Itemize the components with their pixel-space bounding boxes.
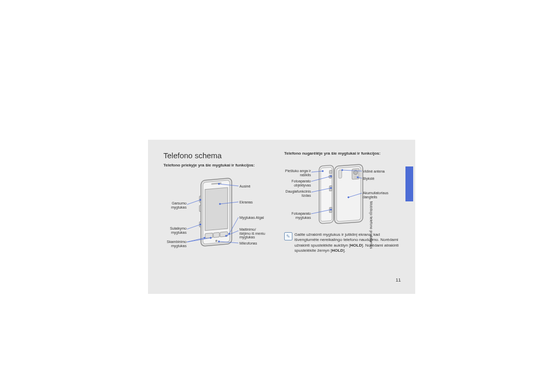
svg-line-49 — [342, 170, 362, 171]
svg-line-41 — [311, 171, 323, 172]
svg-point-30 — [210, 237, 212, 239]
svg-point-54 — [348, 197, 349, 198]
svg-line-47 — [311, 210, 331, 214]
manual-page: Telefono schema Telefono priekyje yra ši… — [148, 140, 415, 294]
svg-point-46 — [330, 188, 332, 189]
svg-point-44 — [330, 176, 332, 177]
front-intro-text: Telefono priekyje yra šie mygtukai ir fu… — [163, 163, 255, 167]
svg-line-39 — [219, 241, 238, 243]
label-daugia: Daugiafunkcinis lizdas — [279, 190, 311, 197]
page-number: 11 — [396, 277, 401, 283]
svg-line-33 — [220, 202, 238, 204]
svg-point-50 — [342, 170, 343, 171]
side-tab — [405, 166, 413, 201]
back-intro-text: Telefono nugarėlėje yra šie mygtukai ir … — [284, 151, 380, 156]
label-foto-obj: Fotoaparato objektyvas — [284, 179, 311, 187]
page-title: Telefono schema — [163, 151, 221, 160]
svg-point-38 — [226, 235, 227, 237]
svg-point-34 — [219, 203, 221, 205]
front-lead-lines — [163, 176, 271, 258]
svg-line-31 — [219, 184, 238, 186]
svg-line-45 — [311, 188, 331, 192]
note-b1: HOLD — [350, 243, 362, 248]
label-piestuko: Pieštuko anga ir rašiklis — [279, 169, 311, 177]
svg-line-29 — [187, 238, 211, 242]
svg-point-26 — [200, 224, 201, 226]
svg-line-23 — [187, 200, 200, 204]
svg-point-40 — [218, 241, 220, 242]
svg-line-43 — [311, 176, 331, 181]
note-text: Galite užrakinti mygtukus ir jutiklinį e… — [294, 232, 400, 254]
svg-line-25 — [187, 225, 200, 229]
note-icon: ✎ — [284, 232, 292, 240]
svg-point-42 — [322, 171, 324, 172]
svg-point-28 — [204, 237, 206, 239]
back-lead-lines — [311, 162, 394, 229]
svg-point-32 — [218, 183, 220, 185]
svg-point-24 — [200, 199, 201, 201]
svg-line-37 — [226, 231, 238, 236]
label-foto-mygt: Fotoaparato mygtukas — [284, 212, 311, 219]
svg-line-53 — [348, 193, 362, 197]
svg-point-52 — [357, 177, 359, 178]
note-b2: HOLD — [331, 248, 343, 253]
side-section-text: Mobiliojo telefono pristatymas — [369, 201, 373, 268]
note-t3: ]. — [343, 248, 345, 253]
svg-point-48 — [330, 209, 332, 211]
